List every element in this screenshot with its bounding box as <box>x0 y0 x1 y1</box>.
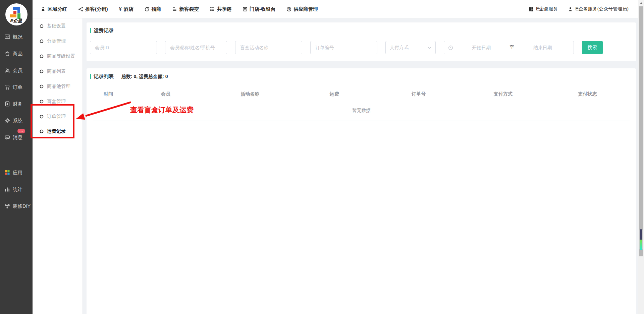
filter-form: 支付方式 至 搜索 <box>90 41 630 54</box>
member-name-input[interactable] <box>165 41 227 54</box>
submenu-item-goods-list[interactable]: 商品列表 <box>33 64 83 79</box>
message-badge: ... <box>17 129 25 133</box>
sidebar-item-finance[interactable]: 财务 <box>0 96 33 112</box>
date-range-picker[interactable]: 至 <box>444 41 574 54</box>
content-area: 基础设置 分类管理 商品等级设置 商品列表 商品池管理 <box>33 18 644 314</box>
share-icon <box>78 7 83 12</box>
topnav-item-supplier-management[interactable]: S 供应商管理 <box>286 6 318 12</box>
apps-grid-icon <box>4 170 10 176</box>
date-separator: 至 <box>510 45 515 51</box>
finance-icon <box>4 101 10 107</box>
records-card: 记录列表 总数: 0, 运费总金额: 0 时间 会员 活动名称 运费 订单号 支… <box>87 68 636 314</box>
cart-icon <box>4 84 10 90</box>
circle-icon <box>40 129 44 133</box>
secondary-sidebar: 基础设置 分类管理 商品等级设置 商品列表 商品池管理 <box>33 18 83 314</box>
table-header-row: 时间 会员 活动名称 运费 订单号 支付方式 支付状态 <box>93 88 630 100</box>
sidebar-item-label: 统计 <box>13 186 22 193</box>
clock-icon <box>448 45 453 50</box>
top-navigation: 区域分红 推客(分销) ¥ 酒店 招商 新客裂变 <box>41 6 318 12</box>
sidebar-item-decorate-diy[interactable]: 装修DIY <box>0 198 33 214</box>
title-accent-bar <box>90 74 91 79</box>
account-menu[interactable]: E企盈服务(公众号管理员) <box>568 6 629 12</box>
sidebar-item-messages[interactable]: 消息 ... <box>0 129 33 146</box>
page-title: 运费记录 <box>94 27 114 34</box>
submenu-item-order-management[interactable]: 订单管理 <box>33 109 83 124</box>
person-icon <box>41 7 46 12</box>
filter-card: 运费记录 支付方式 至 <box>87 22 636 61</box>
chevron-down-icon <box>428 47 431 49</box>
sidebar-item-stats[interactable]: 统计 <box>0 181 33 198</box>
storefront-icon <box>243 7 248 12</box>
search-button[interactable]: 搜索 <box>582 41 603 54</box>
main-content: 运费记录 支付方式 至 <box>83 18 644 314</box>
sidebar-item-label: 商品 <box>13 51 22 57</box>
end-date-input[interactable] <box>516 45 570 50</box>
topnav-item-share-chain[interactable]: 共享链 <box>210 6 231 12</box>
topnav-item-recruit[interactable]: 招商 <box>144 6 161 12</box>
sidebar-item-label: 应用 <box>13 170 22 176</box>
chat-icon <box>4 134 10 140</box>
service-grid-icon <box>529 7 534 12</box>
order-no-input[interactable] <box>310 41 377 54</box>
column-header-payment-status: 支付状态 <box>545 91 630 97</box>
scrollbar-thumb[interactable] <box>639 6 643 256</box>
up-arrow-icon <box>640 2 643 4</box>
main-region: 区域分红 推客(分销) ¥ 酒店 招商 新客裂变 <box>33 0 644 314</box>
shopping-bag-icon <box>4 51 10 57</box>
topnav-item-distribution[interactable]: 推客(分销) <box>78 6 108 12</box>
sidebar-item-system[interactable]: 系统 <box>0 112 33 129</box>
logo-text: E企盈 <box>5 18 28 24</box>
sidebar-item-orders[interactable]: 订单 <box>0 79 33 96</box>
scrollbar-up-button[interactable] <box>638 0 644 6</box>
detailed-list-icon <box>210 7 215 12</box>
column-header-activity: 活动名称 <box>208 91 292 97</box>
paint-roller-icon <box>4 203 10 209</box>
sidebar-item-label: 财务 <box>13 101 22 107</box>
bar-chart-icon <box>4 186 10 192</box>
sidebar-item-apps[interactable]: 应用 <box>0 164 33 181</box>
gear-icon <box>4 118 10 124</box>
submenu-item-goods-level-settings[interactable]: 商品等级设置 <box>33 49 83 64</box>
circle-icon <box>40 69 44 73</box>
member-id-input[interactable] <box>90 41 157 54</box>
service-menu[interactable]: E企盈服务 <box>529 6 558 12</box>
yen-icon: ¥ <box>119 6 122 12</box>
sidebar-item-members[interactable]: 会员 <box>0 62 33 79</box>
topnav-item-new-customer-fission[interactable]: 新客裂变 <box>172 6 199 12</box>
scroll-marker <box>639 229 643 250</box>
blind-box-activity-input[interactable] <box>235 41 302 54</box>
scrollbar <box>638 0 644 314</box>
primary-sidebar: E企盈 概况 商品 会员 订单 财务 系统 消息 <box>0 0 33 314</box>
logo: E企盈 <box>0 0 33 28</box>
column-header-order-no: 订单号 <box>377 91 461 97</box>
start-date-input[interactable] <box>454 45 508 50</box>
payment-method-select[interactable]: 支付方式 <box>385 41 436 54</box>
submenu-item-freight-records[interactable]: 运费记录 <box>33 124 83 139</box>
submenu-item-category-management[interactable]: 分类管理 <box>33 34 83 49</box>
submenu-item-basic-settings[interactable]: 基础设置 <box>33 18 83 34</box>
sidebar-spacer <box>0 146 33 164</box>
submenu-item-goods-pool-management[interactable]: 商品池管理 <box>33 79 83 94</box>
circle-icon <box>40 84 44 88</box>
list-icon <box>172 7 177 12</box>
records-summary: 总数: 0, 运费总金额: 0 <box>121 74 168 80</box>
circle-icon <box>40 24 44 28</box>
user-icon <box>568 7 573 12</box>
app-root: E企盈 概况 商品 会员 订单 财务 系统 消息 <box>0 0 644 314</box>
empty-state: 暂无数据 <box>93 100 630 121</box>
sidebar-item-label: 会员 <box>13 67 22 74</box>
svg-text:S: S <box>288 7 290 11</box>
sidebar-item-goods[interactable]: 商品 <box>0 45 33 62</box>
topnav-item-region-dividend[interactable]: 区域分红 <box>41 6 67 12</box>
column-header-member: 会员 <box>123 91 208 97</box>
topnav-item-hotel[interactable]: ¥ 酒店 <box>119 6 133 12</box>
circle-icon <box>40 100 44 104</box>
sidebar-item-label: 消息 <box>13 134 22 141</box>
supplier-icon: S <box>286 7 291 12</box>
topnav-item-store-cashier[interactable]: 门店-收银台 <box>243 6 275 12</box>
sidebar-item-overview[interactable]: 概况 <box>0 28 33 45</box>
sidebar-item-label: 概况 <box>13 34 22 40</box>
sidebar-item-label: 系统 <box>13 118 22 124</box>
submenu-item-blind-box-management[interactable]: 盲盒管理 <box>33 94 83 109</box>
logo-mark-icon: E企盈 <box>5 3 28 25</box>
